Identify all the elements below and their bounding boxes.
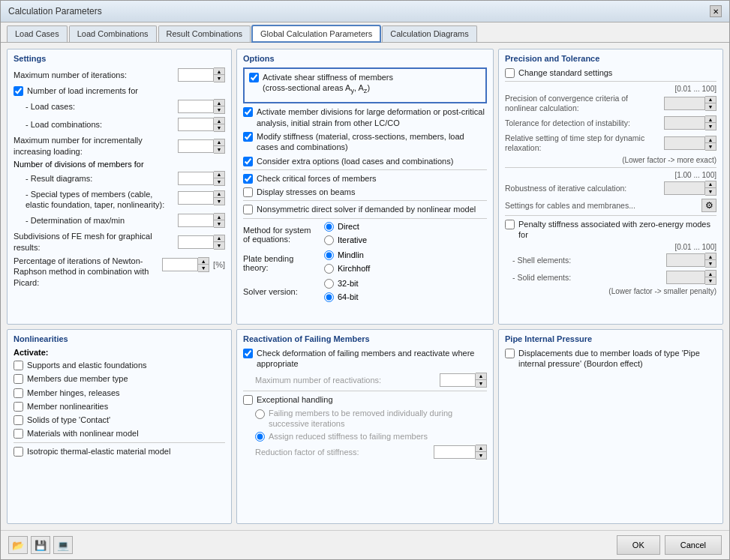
subdivisions-input[interactable]: 0: [178, 235, 214, 249]
members-type-checkbox[interactable]: [14, 374, 23, 384]
solid-down[interactable]: ▼: [705, 277, 716, 284]
tab-load-combinations[interactable]: Load Combinations: [69, 25, 157, 42]
robustness-down[interactable]: ▼: [705, 188, 716, 195]
instability-down[interactable]: ▼: [705, 123, 716, 130]
cables-settings-button[interactable]: ⚙: [701, 199, 716, 212]
max-incrementally-down[interactable]: ▼: [214, 146, 224, 153]
convergence-input[interactable]: [664, 97, 705, 110]
modify-stiffness-checkbox[interactable]: [243, 132, 253, 142]
load-cases-spinner[interactable]: 1 ▲ ▼: [178, 99, 225, 114]
bit32-radio[interactable]: [324, 279, 334, 289]
max-incrementally-up[interactable]: ▲: [214, 139, 224, 146]
max-iterations-spinner[interactable]: 100 ▲ ▼: [178, 67, 225, 82]
consider-extra-checkbox[interactable]: [243, 157, 253, 166]
time-step-up[interactable]: ▲: [705, 136, 716, 143]
iterative-radio[interactable]: [324, 235, 334, 245]
check-critical-checkbox[interactable]: [243, 174, 253, 184]
max-reactivations-up[interactable]: ▲: [476, 373, 486, 380]
determination-input[interactable]: 10: [178, 214, 214, 227]
max-iterations-input[interactable]: 100: [178, 68, 214, 82]
assign-reduced-radio[interactable]: [255, 432, 265, 442]
percentage-up[interactable]: ▲: [198, 258, 209, 265]
time-step-spinner[interactable]: ▲ ▼: [664, 136, 716, 151]
materials-checkbox[interactable]: [14, 429, 23, 439]
max-iterations-down[interactable]: ▼: [214, 75, 224, 82]
percentage-input[interactable]: 5: [162, 258, 198, 271]
time-step-down[interactable]: ▼: [705, 143, 716, 150]
tab-load-cases[interactable]: Load Cases: [7, 25, 68, 42]
reduction-spinner[interactable]: 1000 ▲ ▼: [434, 445, 487, 460]
special-types-input[interactable]: 10: [178, 191, 214, 205]
determination-up[interactable]: ▲: [214, 214, 224, 220]
nonsymmetric-checkbox[interactable]: [243, 205, 253, 214]
max-reactivations-input[interactable]: 3: [440, 373, 476, 387]
num-load-increments-checkbox[interactable]: [14, 86, 23, 96]
determination-down[interactable]: ▼: [214, 220, 224, 227]
reduction-input[interactable]: 1000: [434, 445, 476, 459]
subdivisions-down[interactable]: ▼: [214, 242, 224, 249]
solid-up[interactable]: ▲: [705, 271, 716, 277]
tab-result-combinations[interactable]: Result Combinations: [158, 25, 251, 42]
check-deformation-checkbox[interactable]: [243, 349, 253, 358]
determination-spinner[interactable]: 10 ▲ ▼: [178, 213, 225, 228]
tab-global-calc[interactable]: Global Calculation Parameters: [252, 25, 380, 42]
shell-up[interactable]: ▲: [705, 253, 716, 260]
max-reactivations-down[interactable]: ▼: [476, 380, 486, 387]
special-types-spinner[interactable]: 10 ▲ ▼: [178, 190, 225, 205]
robustness-spinner[interactable]: ▲ ▼: [664, 181, 716, 196]
save-icon-button[interactable]: 💾: [31, 536, 50, 554]
robustness-input[interactable]: [664, 181, 705, 195]
solid-spinner[interactable]: ▲ ▼: [666, 270, 716, 285]
exceptional-checkbox[interactable]: [243, 395, 253, 405]
ok-button[interactable]: OK: [617, 535, 660, 555]
load-cases-input[interactable]: 1: [178, 100, 214, 113]
member-divisions-checkbox[interactable]: [243, 107, 253, 117]
shell-down[interactable]: ▼: [705, 260, 716, 267]
load-cases-down[interactable]: ▼: [214, 106, 224, 113]
reduction-down[interactable]: ▼: [476, 452, 486, 459]
solids-checkbox[interactable]: [14, 415, 23, 425]
max-incrementally-spinner[interactable]: 1000 ▲ ▼: [178, 139, 225, 154]
failing-members-radio[interactable]: [255, 409, 265, 419]
penalty-checkbox[interactable]: [505, 220, 515, 229]
convergence-down[interactable]: ▼: [705, 103, 716, 110]
result-diagrams-up[interactable]: ▲: [214, 172, 224, 178]
info-icon-button[interactable]: 💻: [53, 536, 73, 554]
result-diagrams-down[interactable]: ▼: [214, 178, 224, 185]
shear-stiffness-checkbox[interactable]: [249, 73, 259, 82]
open-icon-button[interactable]: 📂: [8, 536, 28, 554]
subdivisions-spinner[interactable]: 0 ▲ ▼: [178, 235, 225, 250]
mindlin-radio[interactable]: [324, 250, 334, 260]
robustness-up[interactable]: ▲: [705, 181, 716, 188]
instability-input[interactable]: [664, 116, 705, 130]
load-combinations-down[interactable]: ▼: [214, 124, 224, 131]
change-standard-checkbox[interactable]: [505, 68, 515, 78]
shell-input[interactable]: [666, 253, 705, 267]
direct-radio[interactable]: [324, 222, 334, 232]
load-combinations-up[interactable]: ▲: [214, 118, 224, 124]
convergence-up[interactable]: ▲: [705, 97, 716, 103]
solid-input[interactable]: [666, 271, 705, 284]
load-combinations-spinner[interactable]: 1 ▲ ▼: [178, 117, 225, 132]
percentage-spinner[interactable]: 5 ▲ ▼: [162, 257, 209, 272]
displacements-checkbox[interactable]: [505, 349, 515, 358]
subdivisions-up[interactable]: ▲: [214, 235, 224, 242]
kirchhoff-radio[interactable]: [324, 264, 334, 274]
special-types-down[interactable]: ▼: [214, 198, 224, 205]
close-button[interactable]: ✕: [710, 5, 722, 17]
result-diagrams-spinner[interactable]: 50 ▲ ▼: [178, 171, 225, 186]
isotropic-checkbox[interactable]: [14, 447, 23, 457]
load-cases-up[interactable]: ▲: [214, 100, 224, 106]
max-reactivations-spinner[interactable]: 3 ▲ ▼: [440, 373, 487, 388]
reduction-up[interactable]: ▲: [476, 445, 486, 452]
shell-spinner[interactable]: ▲ ▼: [666, 253, 716, 268]
percentage-down[interactable]: ▼: [198, 265, 209, 271]
cancel-button[interactable]: Cancel: [665, 535, 722, 555]
display-stresses-checkbox[interactable]: [243, 187, 253, 197]
instability-up[interactable]: ▲: [705, 116, 716, 123]
tab-calc-diagrams[interactable]: Calculation Diagrams: [382, 25, 477, 42]
special-types-up[interactable]: ▲: [214, 191, 224, 198]
bit64-radio[interactable]: [324, 292, 334, 302]
max-incrementally-input[interactable]: 1000: [178, 139, 214, 153]
load-combinations-input[interactable]: 1: [178, 118, 214, 131]
